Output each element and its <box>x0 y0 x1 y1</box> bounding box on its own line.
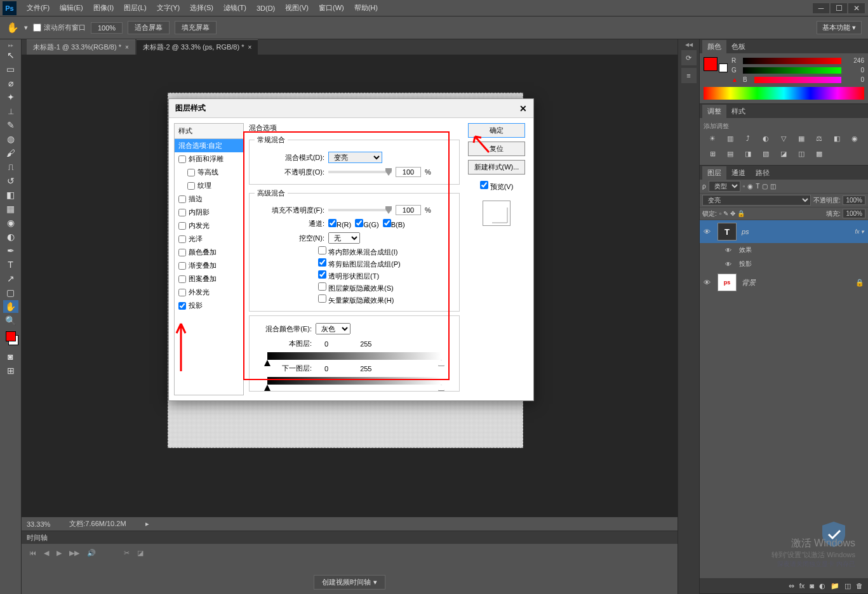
under-layer-slider[interactable] <box>267 377 441 385</box>
path-tool[interactable]: ↗ <box>3 272 18 285</box>
lasso-tool[interactable]: ⌀ <box>3 77 18 89</box>
type-tool[interactable]: T <box>3 258 18 271</box>
strip-grip[interactable]: ◀◀ <box>685 42 693 48</box>
visibility-icon[interactable]: 👁 <box>704 279 712 286</box>
tl-prev[interactable]: ◀ <box>44 549 49 557</box>
layer-effects[interactable]: 👁 效果 <box>700 243 868 257</box>
tl-next[interactable]: ▶▶ <box>69 549 79 557</box>
layers-tab[interactable]: 图层 <box>702 166 726 180</box>
adj-lookup-icon[interactable]: ▤ <box>724 148 737 159</box>
color-spectrum[interactable] <box>704 87 864 100</box>
new-layer-icon[interactable]: ◫ <box>845 582 851 590</box>
blend-mode-select[interactable]: 变亮 <box>328 152 382 163</box>
menu-window[interactable]: 窗口(W) <box>314 1 349 15</box>
menu-view[interactable]: 视图(V) <box>280 1 314 15</box>
paths-tab[interactable]: 路径 <box>751 166 775 180</box>
gradient-tool[interactable]: ▦ <box>3 202 18 215</box>
adjust-icon[interactable]: ◐ <box>819 582 825 590</box>
opt-vector-mask[interactable]: 矢量蒙版隐藏效果(H) <box>318 294 394 305</box>
heal-tool[interactable]: ◍ <box>3 133 18 145</box>
scroll-all-checkbox[interactable]: 滚动所有窗口 <box>33 23 86 32</box>
style-satin[interactable]: 光泽 <box>175 232 243 246</box>
toolbar-grip[interactable]: ▸▸ <box>1 42 20 48</box>
style-inner-shadow[interactable]: 内阴影 <box>175 206 243 219</box>
blend-if-select[interactable]: 灰色 <box>316 323 351 334</box>
fx-icon[interactable]: fx <box>799 582 805 590</box>
stamp-tool[interactable]: ⎍ <box>3 161 18 173</box>
wand-tool[interactable]: ✦ <box>3 91 18 103</box>
tl-audio[interactable]: 🔊 <box>87 549 96 557</box>
fill-opacity-input[interactable] <box>396 205 421 215</box>
trash-icon[interactable]: 🗑 <box>856 582 863 590</box>
marquee-tool[interactable]: ▭ <box>3 63 18 76</box>
menu-3d[interactable]: 3D(D) <box>251 2 280 15</box>
adj-brightness-icon[interactable]: ☀ <box>706 133 719 143</box>
opt-blend-interior[interactable]: 将内部效果混合成组(I) <box>318 246 397 257</box>
mask-icon[interactable]: ◙ <box>810 582 814 590</box>
adj-poster-icon[interactable]: ▧ <box>759 148 772 159</box>
tl-cut[interactable]: ✂ <box>124 549 130 557</box>
swatches-tab[interactable]: 色板 <box>726 40 751 53</box>
create-timeline-button[interactable]: 创建视频时间轴 ▾ <box>314 575 385 590</box>
fill-screen-button[interactable]: 填充屏幕 <box>175 21 217 34</box>
menu-type[interactable]: 文字(Y) <box>152 1 185 15</box>
foreground-color[interactable] <box>6 331 16 341</box>
layer-dropshadow[interactable]: 👁 投影 <box>700 257 868 271</box>
adj-mixer-icon[interactable]: ⊞ <box>706 148 719 159</box>
visibility-icon[interactable]: 👁 <box>704 228 712 235</box>
opacity-input[interactable]: 100% <box>843 195 865 205</box>
opt-layer-mask[interactable]: 图层蒙版隐藏效果(S) <box>318 282 394 293</box>
zoom-level[interactable]: 33.33% <box>27 520 50 528</box>
ok-button[interactable]: 确定 <box>468 123 525 138</box>
brush-tool[interactable]: 🖌 <box>3 147 18 159</box>
maximize-button[interactable]: ☐ <box>830 3 848 14</box>
opt-transparency[interactable]: 透明形状图层(T) <box>318 270 379 281</box>
color-tab[interactable]: 颜色 <box>702 40 726 53</box>
cancel-button[interactable]: 复位 <box>468 142 525 156</box>
opacity-input[interactable] <box>396 167 421 177</box>
styles-tab[interactable]: 样式 <box>726 105 751 118</box>
dialog-titlebar[interactable]: 图层样式 ✕ <box>169 99 533 118</box>
style-bevel[interactable]: 斜面和浮雕 <box>175 152 243 166</box>
style-pattern-overlay[interactable]: 图案叠加 <box>175 272 243 286</box>
tl-play[interactable]: ▶ <box>57 549 62 557</box>
crop-tool[interactable]: ⟂ <box>3 105 18 117</box>
layer-ps[interactable]: 👁 T ps fx ▾ <box>700 220 868 243</box>
adj-balance-icon[interactable]: ⚖ <box>813 133 825 143</box>
adj-gradient-icon[interactable]: ◫ <box>795 148 808 159</box>
adj-hue-icon[interactable]: ▦ <box>795 133 808 143</box>
dialog-close-icon[interactable]: ✕ <box>519 103 527 114</box>
group-icon[interactable]: 📁 <box>831 582 839 590</box>
opt-blend-clipped[interactable]: 将剪贴图层混合成组(P) <box>318 258 401 269</box>
doc-tab-1[interactable]: 未标题-1 @ 33.3%(RGB/8) *× <box>27 39 135 55</box>
adjust-tab[interactable]: 调整 <box>702 105 726 118</box>
opacity-slider[interactable] <box>328 171 392 173</box>
style-drop-shadow[interactable]: 投影 <box>175 299 243 312</box>
style-inner-glow[interactable]: 内发光 <box>175 219 243 232</box>
fill-opacity-slider[interactable] <box>328 209 392 211</box>
style-texture[interactable]: 纹理 <box>175 179 243 192</box>
pen-tool[interactable]: ✒ <box>3 244 18 257</box>
channel-g[interactable]: G(G) <box>355 219 378 228</box>
menu-filter[interactable]: 滤镜(T) <box>218 1 251 15</box>
fit-screen-button[interactable]: 适合屏幕 <box>128 21 170 34</box>
blur-tool[interactable]: ◉ <box>3 216 18 229</box>
fill-input[interactable]: 100% <box>843 209 865 218</box>
r-slider[interactable] <box>743 58 841 64</box>
blend-mode-select[interactable]: 变亮 <box>702 195 811 206</box>
hand-tool[interactable]: ✋ <box>3 300 18 313</box>
adj-selective-icon[interactable]: ▩ <box>813 148 825 159</box>
layer-background[interactable]: 👁 ps 背景 🔒 <box>700 271 868 294</box>
tl-first[interactable]: ⏮ <box>29 549 36 557</box>
zoom-tool[interactable]: 🔍 <box>3 314 18 327</box>
link-icon[interactable]: ⇔ <box>789 582 794 590</box>
doc-tab-2[interactable]: 未标题-2 @ 33.3% (ps, RGB/8) *× <box>137 39 258 55</box>
style-outer-glow[interactable]: 外发光 <box>175 286 243 299</box>
adj-vibrance-icon[interactable]: ▽ <box>777 133 790 143</box>
adj-levels-icon[interactable]: ▥ <box>724 133 737 143</box>
zoom-100-button[interactable]: 100% <box>91 22 123 34</box>
shape-tool[interactable]: ▢ <box>3 286 18 299</box>
style-gradient-overlay[interactable]: 渐变叠加 <box>175 259 243 272</box>
g-slider[interactable] <box>743 67 841 74</box>
adj-exposure-icon[interactable]: ◐ <box>759 133 772 143</box>
